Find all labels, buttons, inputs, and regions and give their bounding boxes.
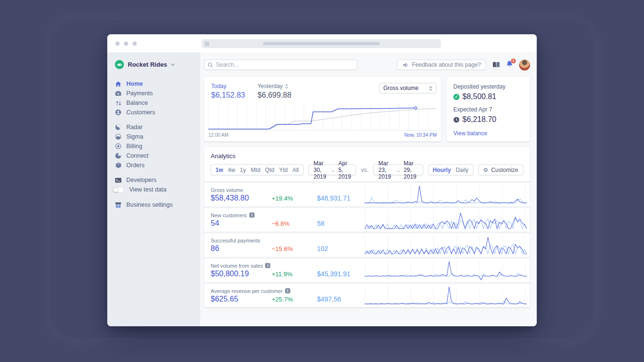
- account-switcher[interactable]: Rocket Rides: [115, 60, 200, 69]
- range-1w[interactable]: 1w: [215, 167, 223, 173]
- sidebar-item-developers[interactable]: Developers: [115, 175, 200, 185]
- window-close-button[interactable]: [115, 41, 120, 46]
- sparkline-chart: [365, 210, 527, 230]
- x-axis-now-label: Now, 10:34 PM: [404, 132, 437, 138]
- yesterday-value: $6,699.88: [257, 91, 291, 100]
- metric-select[interactable]: Gross volume: [379, 83, 437, 93]
- docs-book-icon[interactable]: [492, 61, 500, 68]
- clock-icon: [453, 117, 460, 123]
- window-titlebar: [107, 34, 537, 52]
- expected-label: Expected Apr 7: [453, 106, 523, 113]
- metric-change: −15.6%: [272, 245, 317, 252]
- sidebar-item-radar[interactable]: Radar: [115, 122, 200, 132]
- sidebar-item-payments[interactable]: Payments: [115, 89, 200, 98]
- sidebar-item-billing[interactable]: Billing: [115, 141, 200, 151]
- comparison-selector-icon[interactable]: [285, 84, 288, 89]
- x-axis-start-label: 12:00 AM: [208, 132, 228, 138]
- vs-label: vs.: [361, 167, 368, 173]
- business-settings-icon: [115, 201, 122, 208]
- today-value: $6,152.83: [211, 91, 245, 100]
- sparkline-chart: [365, 261, 527, 281]
- view-test-data-toggle[interactable]: View test data: [115, 185, 200, 194]
- notification-badge: 1: [511, 58, 516, 64]
- info-icon[interactable]: i: [249, 212, 255, 218]
- view-balance-link[interactable]: View balance: [453, 130, 523, 137]
- window-minimize-button[interactable]: [124, 41, 128, 46]
- rocket-rides-logo-icon: [115, 60, 124, 69]
- home-icon: [115, 80, 122, 87]
- metric-compare: $48,931.71: [317, 194, 350, 202]
- yesterday-column: Yesterday $6,699.88: [257, 83, 291, 100]
- granularity-hourly[interactable]: Hourly: [433, 167, 451, 173]
- metric-row-successful-payments[interactable]: Successful payments 86 −15.6% 102: [204, 231, 530, 257]
- deposited-label: Deposited yesterday: [453, 83, 523, 90]
- url-placeholder: [263, 42, 380, 45]
- metric-value: 86: [211, 244, 272, 253]
- arrow-right-icon: →: [396, 167, 401, 173]
- range-ytd[interactable]: Ytd: [279, 167, 287, 173]
- billing-icon: [115, 143, 122, 150]
- connect-icon: [115, 152, 122, 159]
- metric-value: $625.65: [211, 295, 272, 303]
- metric-value: 54: [211, 219, 272, 228]
- yesterday-label: Yesterday: [257, 83, 283, 90]
- today-label: Today: [211, 83, 226, 90]
- comparison-date-range-button[interactable]: Mar 23, 2019 → Mar 29, 2019: [373, 164, 423, 175]
- gear-icon: ⚙: [483, 167, 489, 173]
- range-4w[interactable]: 4w: [228, 167, 235, 173]
- browser-address-bar[interactable]: [202, 39, 441, 48]
- user-avatar[interactable]: [519, 60, 530, 70]
- range-1y[interactable]: 1y: [240, 167, 246, 173]
- feedback-button[interactable]: Feedback about this page?: [397, 60, 486, 70]
- metric-row-net-volume[interactable]: Net volume from salesi $50,800.19 +11.9%…: [204, 257, 530, 282]
- developers-icon: [115, 177, 122, 183]
- browser-window: Rocket Rides Home Payments Balance: [107, 34, 537, 326]
- metric-compare: $45,391.91: [317, 270, 350, 278]
- range-all[interactable]: All: [292, 167, 298, 173]
- customers-icon: [115, 109, 122, 116]
- today-column: Today $6,152.83: [211, 83, 245, 100]
- main-content: Feedback about this page? 1: [200, 52, 537, 326]
- granularity-daily[interactable]: Daily: [456, 167, 469, 173]
- customize-button[interactable]: ⚙ Customize: [478, 164, 523, 175]
- check-circle-icon: ✓: [453, 94, 460, 100]
- analytics-filters: 1w 4w 1y Mtd Qtd Ytd All Mar 30, 2019 → …: [204, 164, 530, 181]
- granularity-segmented-control: Hourly Daily: [428, 164, 473, 175]
- range-qtd[interactable]: Qtd: [265, 167, 274, 173]
- metric-row-average-revenue[interactable]: Average revenue per customeri $625.65 +2…: [204, 282, 530, 307]
- account-name: Rocket Rides: [128, 61, 167, 68]
- metric-change: +11.9%: [272, 271, 317, 278]
- range-mtd[interactable]: Mtd: [251, 167, 260, 173]
- analytics-title: Analytics: [204, 152, 530, 164]
- sidebar-item-home[interactable]: Home: [115, 79, 200, 89]
- search-icon: [208, 62, 213, 68]
- info-icon[interactable]: i: [285, 288, 290, 293]
- range-segmented-control: 1w 4w 1y Mtd Qtd Ytd All: [211, 164, 304, 175]
- info-icon[interactable]: i: [265, 263, 270, 268]
- sidebar-item-business-settings[interactable]: Business settings: [115, 200, 200, 210]
- toggle-track[interactable]: [112, 187, 124, 193]
- sidebar-item-customers[interactable]: Customers: [115, 108, 200, 117]
- metric-row-new-customers[interactable]: New customersi 54 −6.8% 58: [204, 206, 530, 231]
- chevron-down-icon: [171, 63, 175, 66]
- sidebar-item-balance[interactable]: Balance: [115, 98, 200, 108]
- sidebar-item-connect[interactable]: Connect: [115, 151, 200, 161]
- sidebar-item-orders[interactable]: Orders: [115, 161, 200, 170]
- search-box[interactable]: [204, 60, 358, 70]
- analytics-card: Analytics 1w 4w 1y Mtd Qtd Ytd All Ma: [204, 147, 530, 307]
- metric-compare: 58: [317, 220, 325, 227]
- sidebar: Rocket Rides Home Payments Balance: [107, 52, 200, 326]
- payments-icon: [115, 90, 122, 97]
- metric-row-gross-volume[interactable]: Gross volume $58,438.80 +19.4% $48,931.7…: [204, 181, 530, 206]
- orders-icon: [115, 162, 122, 169]
- select-chevrons-icon: [429, 86, 432, 90]
- overview-line-chart: [208, 103, 437, 131]
- sidebar-item-sigma[interactable]: Sigma: [115, 132, 200, 141]
- search-input[interactable]: [216, 61, 354, 68]
- primary-date-range-button[interactable]: Mar 30, 2019 → Apr 5, 2019: [308, 164, 357, 175]
- metric-value: $50,800.19: [211, 270, 272, 278]
- window-maximize-button[interactable]: [133, 41, 137, 46]
- metric-change: −6.8%: [272, 220, 317, 227]
- desktop-background: Rocket Rides Home Payments Balance: [0, 0, 644, 362]
- notifications-button[interactable]: 1: [506, 60, 513, 70]
